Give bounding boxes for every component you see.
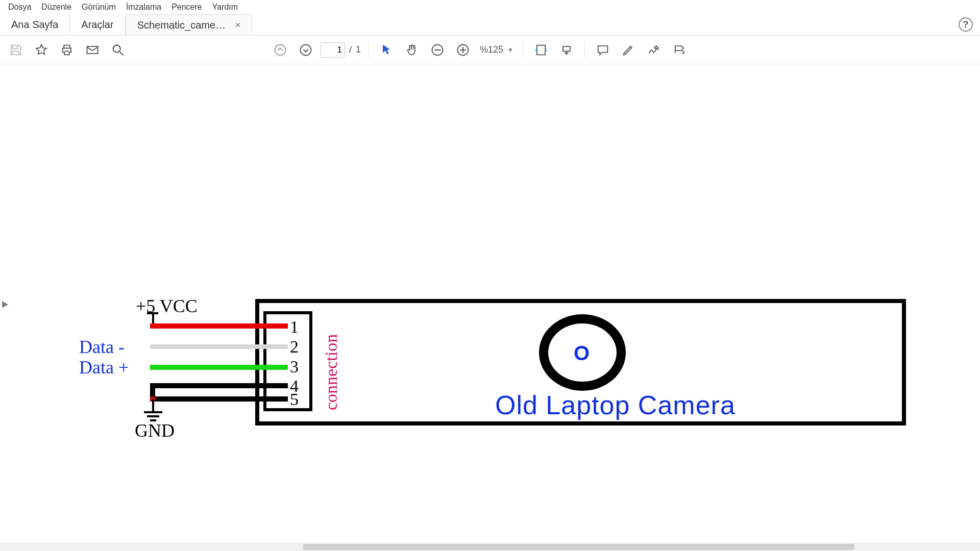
print-icon bbox=[60, 43, 74, 57]
label-gnd: GND bbox=[135, 421, 175, 440]
star-button[interactable] bbox=[31, 39, 52, 61]
svg-line-2 bbox=[120, 52, 124, 55]
plus-circle-icon bbox=[456, 43, 470, 57]
label-vcc: +5 VCC bbox=[136, 297, 198, 315]
search-icon bbox=[111, 43, 125, 57]
pencil-icon bbox=[621, 43, 635, 57]
arrow-down-circle-icon bbox=[299, 43, 313, 57]
menu-view[interactable]: Görünüm bbox=[77, 1, 121, 13]
menu-file[interactable]: Dosya bbox=[3, 1, 36, 13]
zoom-select[interactable]: %125 ▼ bbox=[478, 44, 516, 55]
tab-tools[interactable]: Araçlar bbox=[70, 14, 125, 35]
save-button[interactable] bbox=[5, 39, 27, 61]
mail-icon bbox=[85, 43, 100, 57]
help-icon: ? bbox=[963, 19, 969, 30]
save-icon bbox=[9, 43, 23, 57]
svg-rect-11 bbox=[563, 46, 570, 51]
wire-vcc bbox=[150, 323, 288, 329]
mail-button[interactable] bbox=[82, 39, 103, 61]
page-separator: / bbox=[349, 44, 352, 55]
zoom-in-button[interactable] bbox=[452, 39, 474, 61]
label-camera-title: Old Laptop Camera bbox=[495, 392, 736, 418]
star-icon bbox=[34, 43, 48, 57]
svg-rect-10 bbox=[537, 45, 545, 55]
wire-dplus bbox=[150, 365, 288, 370]
gnd-bar-1 bbox=[144, 411, 162, 413]
menu-edit[interactable]: Düzenle bbox=[36, 1, 77, 13]
gnd-stem bbox=[152, 399, 154, 411]
tab-tools-label: Araçlar bbox=[81, 19, 113, 31]
page-indicator: / 1 bbox=[321, 42, 361, 58]
vcc-bar bbox=[147, 312, 158, 314]
camera-lens-glyph: O bbox=[574, 343, 590, 363]
chevron-down-icon: ▼ bbox=[507, 46, 513, 54]
zoom-out-button[interactable] bbox=[427, 39, 448, 61]
wire-gnd-a bbox=[150, 383, 288, 388]
toolbar-separator bbox=[523, 41, 523, 59]
zoom-value: %125 bbox=[480, 44, 503, 55]
wrench-arrow-icon bbox=[672, 43, 687, 57]
page-up-button[interactable] bbox=[270, 39, 291, 61]
pin-2-label: 2 bbox=[290, 338, 299, 356]
label-connection: connection bbox=[323, 334, 340, 410]
minus-circle-icon bbox=[430, 43, 445, 57]
tab-close-button[interactable]: × bbox=[235, 20, 241, 31]
page-current-input[interactable] bbox=[321, 42, 345, 58]
highlight-button[interactable] bbox=[618, 39, 639, 61]
menu-sign[interactable]: İmzalama bbox=[121, 1, 166, 13]
tab-home[interactable]: Ana Sayfa bbox=[0, 14, 70, 35]
svg-rect-0 bbox=[87, 46, 98, 54]
tab-strip: Ana Sayfa Araçlar Schematic_camera ... ×… bbox=[0, 14, 980, 36]
search-button[interactable] bbox=[107, 39, 129, 61]
tab-home-label: Ana Sayfa bbox=[11, 19, 58, 31]
wire-gnd-b bbox=[150, 396, 288, 402]
print-button[interactable] bbox=[56, 39, 78, 61]
tab-document[interactable]: Schematic_camera ... × bbox=[126, 14, 253, 35]
comment-button[interactable] bbox=[592, 39, 614, 61]
svg-point-4 bbox=[301, 44, 311, 55]
label-dplus: Data + bbox=[79, 358, 129, 377]
help-button[interactable]: ? bbox=[959, 17, 973, 32]
toolbar-separator bbox=[584, 41, 585, 59]
pin-3-label: 3 bbox=[290, 358, 299, 375]
page-down-button[interactable] bbox=[295, 39, 316, 61]
scroll-mode-button[interactable] bbox=[556, 39, 577, 61]
schematic-drawing: 1 2 3 4 5 +5 VCC Data - Data + GND conne… bbox=[0, 64, 980, 543]
scroll-icon bbox=[559, 43, 574, 57]
gnd-bar-2 bbox=[147, 415, 159, 417]
cursor-tool-button[interactable] bbox=[376, 39, 397, 61]
cursor-icon bbox=[379, 43, 394, 57]
pin-1-label: 1 bbox=[290, 318, 299, 336]
more-tools-button[interactable] bbox=[669, 39, 690, 61]
toolbar-separator bbox=[368, 41, 369, 59]
menu-window[interactable]: Pencere bbox=[166, 1, 207, 13]
comment-icon bbox=[596, 43, 610, 57]
signature-icon bbox=[647, 43, 661, 57]
svg-point-1 bbox=[113, 45, 120, 52]
hand-tool-button[interactable] bbox=[401, 39, 423, 61]
sign-button[interactable] bbox=[643, 39, 665, 61]
wire-dminus bbox=[150, 344, 288, 349]
tab-document-label: Schematic_camera ... bbox=[137, 19, 229, 31]
menu-help[interactable]: Yardım bbox=[207, 1, 243, 13]
toolbar: / 1 %125 ▼ bbox=[0, 36, 980, 64]
menu-bar: Dosya Düzenle Görünüm İmzalama Pencere Y… bbox=[0, 0, 980, 14]
pin-5-label: 5 bbox=[290, 391, 299, 408]
document-viewport[interactable]: ▶ 1 2 3 4 5 +5 VCC Data - Data + GND bbox=[0, 64, 980, 543]
fit-width-button[interactable] bbox=[530, 39, 552, 61]
hand-icon bbox=[405, 43, 419, 57]
fit-width-icon bbox=[534, 43, 548, 57]
svg-point-3 bbox=[275, 44, 286, 55]
label-dminus: Data - bbox=[79, 338, 125, 356]
arrow-up-circle-icon bbox=[273, 43, 287, 57]
horizontal-scrollbar[interactable] bbox=[303, 544, 854, 550]
page-total: 1 bbox=[356, 44, 361, 55]
